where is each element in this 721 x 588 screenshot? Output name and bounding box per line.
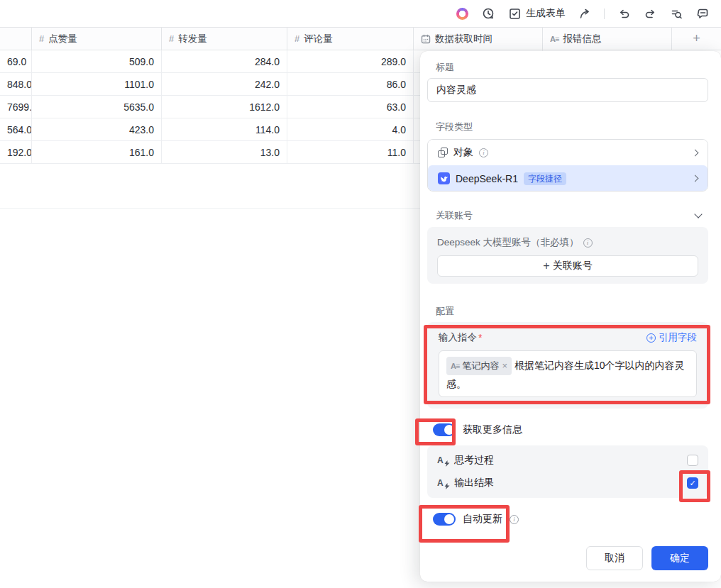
redo-icon[interactable] [643,6,657,21]
generate-form-label: 生成表单 [526,7,566,20]
more-info-row: 获取更多信息 [433,423,708,437]
table-cell[interactable]: 848.0 [0,73,32,95]
table-cell[interactable]: 423.0 [32,118,162,140]
table-cell[interactable]: 1612.0 [162,96,287,118]
more-info-label: 获取更多信息 [463,423,522,436]
column-header-likes[interactable]: # 点赞量 [32,28,162,50]
generate-form-button[interactable]: 生成表单 [507,6,566,21]
table-cell[interactable]: 11.0 [287,141,414,163]
option-label: 输出结果 [454,477,494,489]
text-field-icon: A≡ [451,357,459,375]
share-icon[interactable] [578,6,592,21]
table-cell[interactable]: 7699.0 [0,96,32,118]
table-cell[interactable]: 509.0 [32,50,162,72]
info-icon[interactable]: i [510,515,519,524]
reference-field-link[interactable]: + 引用字段 [646,331,697,344]
table-cell[interactable]: 284.0 [162,50,287,72]
title-label: 标题 [436,61,708,74]
column-header-label: 转发量 [178,33,207,45]
field-type-object-row[interactable]: 对象 i [428,140,708,165]
chevron-down-icon[interactable] [694,210,702,218]
field-type-deepseek-row[interactable]: DeepSeek-R1 字段捷径 [428,165,708,192]
column-header-label: 点赞量 [48,33,77,45]
option-label: 思考过程 [454,454,494,467]
table-cell[interactable]: 63.0 [287,96,414,118]
linked-account-label: 关联账号 [436,209,473,222]
table-cell[interactable]: 242.0 [162,73,287,95]
info-icon[interactable]: i [583,238,593,248]
prompt-textarea[interactable]: A≡ 笔记内容 × 根据笔记内容生成10个字以内的内容灵感。 [439,350,697,397]
field-type-label: 字段类型 [436,121,708,133]
title-input[interactable] [427,78,708,102]
plus-circle-icon: + [646,333,656,343]
table-cell[interactable]: 86.0 [287,73,414,95]
link-account-button-label: 关联账号 [553,260,593,272]
number-field-icon: # [169,33,174,44]
calendar-icon [421,34,431,44]
table-cell[interactable]: 192.0 [0,141,32,163]
more-info-toggle[interactable] [433,423,456,436]
field-chip-label: 笔记内容 [462,357,499,375]
column-header-label: 评论量 [304,33,333,45]
output-result-checkbox[interactable]: ✓ [687,477,698,489]
table-cell[interactable]: 13.0 [162,141,287,163]
form-icon [507,6,522,21]
panel-footer: 取消 确定 [427,546,708,570]
deepseek-logo-icon [438,172,450,184]
option-row-thinking: A 思考过程 ✓ [437,449,698,472]
column-header-comments[interactable]: # 评论量 [287,28,414,50]
field-config-panel: 标题 字段类型 对象 i DeepSeek-R1 字段捷径 关联账号 Deeps… [420,51,721,582]
plus-icon: + [693,31,700,46]
find-in-table-icon[interactable] [669,6,683,21]
field-chip[interactable]: A≡ 笔记内容 × [446,357,512,375]
auto-update-toggle[interactable] [433,513,456,526]
config-label: 配置 [436,305,708,318]
link-account-button[interactable]: + 关联账号 [437,255,698,277]
table-cell[interactable]: 5635.0 [32,96,162,118]
table-cell[interactable]: 114.0 [162,118,287,140]
add-row-area[interactable] [0,187,420,209]
chip-remove-icon[interactable]: × [502,357,507,375]
history-icon[interactable] [481,6,495,21]
more-info-options: A 思考过程 ✓ A 输出结果 ✓ [427,445,708,498]
top-toolbar: 生成表单 [0,0,721,27]
table-cell[interactable]: 289.0 [287,50,414,72]
column-header-label: 报错信息 [563,33,601,45]
thinking-process-checkbox[interactable]: ✓ [687,455,698,466]
chevron-right-icon [692,175,699,182]
option-row-output: A 输出结果 ✓ [437,472,698,494]
auto-update-label: 自动更新 [463,513,502,526]
linked-account-box: Deepseek 大模型账号（非必填） i + 关联账号 [427,227,708,284]
chevron-right-icon [692,149,699,156]
table-cell[interactable]: 161.0 [32,141,162,163]
table-cell[interactable]: 564.0 [0,118,32,140]
auto-update-row: 自动更新 i [433,512,708,526]
toolbar-divider [604,9,605,19]
linked-account-section-header[interactable]: 关联账号 [427,209,708,223]
object-icon [438,148,448,157]
column-header-fetch-time[interactable]: 数据获取时间 [414,28,543,50]
column-header-reposts[interactable]: # 转发量 [162,28,287,50]
deepseek-model-name: DeepSeek-R1 [456,173,518,184]
text-field-icon: A≡ [550,35,558,43]
prompt-section: 输入指令 * + 引用字段 A≡ 笔记内容 × 根据笔记内容生成10个字以内的内… [427,322,708,409]
reference-field-label: 引用字段 [659,331,697,344]
cancel-button[interactable]: 取消 [586,546,643,570]
table-cell[interactable]: 69.0 [0,50,32,72]
add-column-button[interactable]: + [672,28,721,50]
table-cell[interactable]: 1101.0 [32,73,162,95]
account-hint-label: Deepseek 大模型账号（非必填） [437,236,579,249]
undo-icon[interactable] [617,6,631,21]
confirm-button[interactable]: 确定 [651,546,708,570]
ai-assistant-icon[interactable] [455,6,469,21]
prompt-label: 输入指令 [439,331,477,344]
comment-icon[interactable] [695,6,710,21]
info-icon[interactable]: i [479,148,488,157]
column-header-error-info[interactable]: A≡ 报错信息 [543,28,672,50]
number-field-icon: # [39,33,44,44]
table-header-row: # 点赞量 # 转发量 # 评论量 数据获取时间 A≡ 报错信息 + [0,27,721,50]
column-header-partial[interactable] [0,28,32,50]
required-asterisk: * [478,332,482,343]
ai-field-icon: A [437,477,448,489]
table-cell[interactable]: 4.0 [287,118,414,140]
